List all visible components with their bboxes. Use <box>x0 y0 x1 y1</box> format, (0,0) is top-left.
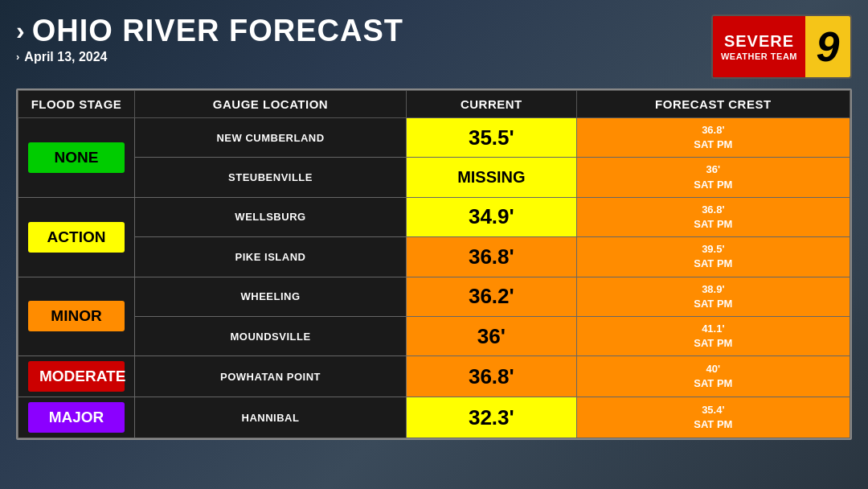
gauge-wheeling: WHEELING <box>135 277 407 316</box>
forecast-table-wrapper: FLOOD STAGE GAUGE LOCATION CURRENT FOREC… <box>16 88 852 440</box>
title-text: OHIO RIVER FORECAST <box>32 14 403 48</box>
crest-wheeling: 38.9'SAT PM <box>576 277 850 316</box>
gauge-moundsville: MOUNDSVILLE <box>135 316 407 355</box>
col-current: CURRENT <box>407 91 577 118</box>
col-gauge-location: GAUGE LOCATION <box>135 91 407 118</box>
gauge-wellsburg: WELLSBURG <box>135 197 407 236</box>
crest-pike-island: 39.5'SAT PM <box>576 237 850 277</box>
channel-logo: SEVERE WEATHER TEAM 9 <box>711 14 852 79</box>
crest-powhatan: 40'SAT PM <box>576 356 850 397</box>
crest-moundsville: 41.1'SAT PM <box>576 316 850 355</box>
logo-severe-block: SEVERE WEATHER TEAM <box>713 16 805 77</box>
table-row: STEUBENVILLE MISSING 36'SAT PM <box>18 158 850 197</box>
gauge-powhatan: POWHATAN POINT <box>135 356 407 397</box>
flood-badge-moderate: MODERATE <box>28 361 125 392</box>
col-forecast-crest: FORECAST CREST <box>576 91 850 118</box>
title-block: › OHIO RIVER FORECAST › April 13, 2024 <box>16 14 403 64</box>
page-title: › OHIO RIVER FORECAST <box>16 14 403 48</box>
logo-severe-text: SEVERE <box>724 32 794 50</box>
crest-steubenville: 36'SAT PM <box>576 158 850 197</box>
flood-badge-major: MAJOR <box>28 402 125 433</box>
crest-new-cumberland: 36.8'SAT PM <box>576 118 850 158</box>
flood-stage-minor: MINOR <box>18 277 135 356</box>
table-row: MOUNDSVILLE 36' 41.1'SAT PM <box>18 316 850 355</box>
current-new-cumberland: 35.5' <box>407 118 577 158</box>
current-hannibal: 32.3' <box>407 397 577 438</box>
table-header-row: FLOOD STAGE GAUGE LOCATION CURRENT FOREC… <box>18 91 850 118</box>
table-row: NONE NEW CUMBERLAND 35.5' 36.8'SAT PM <box>18 118 850 158</box>
crest-wellsburg: 36.8'SAT PM <box>576 197 850 236</box>
current-steubenville: MISSING <box>407 158 577 197</box>
gauge-pike-island: PIKE ISLAND <box>135 237 407 277</box>
table-row: MODERATE POWHATAN POINT 36.8' 40'SAT PM <box>18 356 850 397</box>
flood-stage-action: ACTION <box>18 197 135 277</box>
current-wellsburg: 34.9' <box>407 197 577 236</box>
flood-badge-minor: MINOR <box>28 301 125 331</box>
table-row: ACTION WELLSBURG 34.9' 36.8'SAT PM <box>18 197 850 236</box>
col-flood-stage: FLOOD STAGE <box>18 91 135 118</box>
title-arrow-icon: › <box>16 17 26 45</box>
crest-hannibal: 35.4'SAT PM <box>576 397 850 438</box>
gauge-steubenville: STEUBENVILLE <box>135 158 407 197</box>
gauge-hannibal: HANNIBAL <box>135 397 407 438</box>
header: › OHIO RIVER FORECAST › April 13, 2024 S… <box>16 14 852 79</box>
subtitle: › April 13, 2024 <box>16 50 403 64</box>
current-powhatan: 36.8' <box>407 356 577 397</box>
logo-weather-text: WEATHER TEAM <box>721 51 797 61</box>
forecast-table: FLOOD STAGE GAUGE LOCATION CURRENT FOREC… <box>18 90 850 438</box>
subtitle-arrow-icon: › <box>16 51 19 63</box>
flood-stage-major: MAJOR <box>18 397 135 438</box>
current-moundsville: 36' <box>407 316 577 355</box>
flood-badge-action: ACTION <box>28 222 125 253</box>
current-pike-island: 36.8' <box>407 237 577 277</box>
gauge-new-cumberland: NEW CUMBERLAND <box>135 118 407 158</box>
table-row: MINOR WHEELING 36.2' 38.9'SAT PM <box>18 277 850 316</box>
flood-stage-moderate: MODERATE <box>18 356 135 397</box>
table-row: MAJOR HANNIBAL 32.3' 35.4'SAT PM <box>18 397 850 438</box>
table-row: PIKE ISLAND 36.8' 39.5'SAT PM <box>18 237 850 277</box>
logo-channel-number: 9 <box>805 16 850 77</box>
subtitle-text: April 13, 2024 <box>24 50 107 64</box>
main-content: › OHIO RIVER FORECAST › April 13, 2024 S… <box>0 0 868 448</box>
current-wheeling: 36.2' <box>407 277 577 316</box>
flood-badge-none: NONE <box>28 142 125 173</box>
flood-stage-none: NONE <box>18 118 135 198</box>
